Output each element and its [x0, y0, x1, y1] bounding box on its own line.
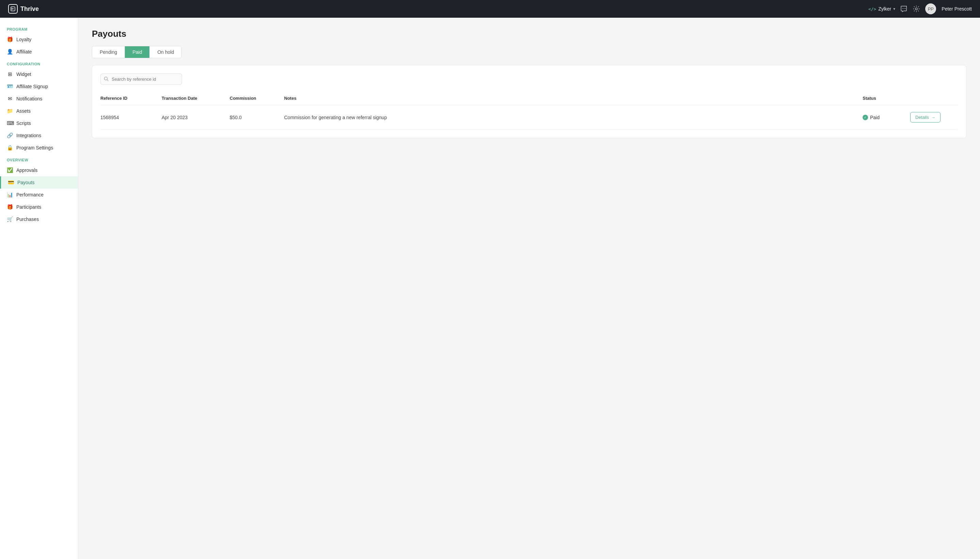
username: Peter Prescott — [942, 6, 972, 12]
details-label: Details — [916, 115, 929, 120]
search-icon — [104, 76, 109, 82]
integrations-icon: 🔗 — [7, 132, 13, 139]
avatar-initials: PP — [928, 7, 934, 12]
sidebar-item-performance[interactable]: 📊Performance — [0, 189, 78, 201]
affiliate-icon: 👤 — [7, 49, 13, 55]
logo-icon — [8, 4, 18, 13]
svg-point-3 — [902, 8, 903, 9]
app-name: Thrive — [20, 5, 39, 13]
brand-code-icon: </> — [868, 7, 876, 12]
top-navigation: Thrive </> Zylker ▾ PP Peter Prescott — [0, 0, 980, 18]
tab-pending[interactable]: Pending — [92, 46, 125, 58]
sidebar-item-label-affiliate: Affiliate — [16, 49, 32, 55]
sidebar-item-label-integrations: Integrations — [16, 133, 41, 138]
details-arrow-icon: → — [931, 115, 935, 120]
sidebar-item-affiliate-signup[interactable]: 🪪Affiliate Signup — [0, 80, 78, 93]
table-col-header-5 — [910, 96, 958, 101]
sidebar-item-label-affiliate-signup: Affiliate Signup — [16, 84, 48, 89]
cell-transaction-date: Apr 20 2023 — [162, 115, 230, 120]
sidebar-item-integrations[interactable]: 🔗Integrations — [0, 129, 78, 142]
sidebar-item-widget[interactable]: ⊞Widget — [0, 68, 78, 80]
sidebar-item-label-loyalty: Loyalty — [16, 37, 31, 42]
sidebar-item-affiliate[interactable]: 👤Affiliate — [0, 46, 78, 58]
participants-icon: 🎁 — [7, 204, 13, 210]
sidebar-item-participants[interactable]: 🎁Participants — [0, 201, 78, 213]
approvals-icon: ✅ — [7, 167, 13, 173]
svg-line-8 — [107, 79, 109, 81]
sidebar-item-label-performance: Performance — [16, 192, 44, 197]
brand-chevron-icon: ▾ — [893, 7, 895, 11]
payouts-icon: 💳 — [8, 179, 14, 185]
payout-tabs: PendingPaidOn hold — [92, 46, 182, 58]
page-title: Payouts — [92, 28, 967, 39]
topnav-right: </> Zylker ▾ PP Peter Prescott — [868, 3, 972, 14]
svg-point-4 — [904, 8, 904, 9]
sidebar-item-purchases[interactable]: 🛒Purchases — [0, 213, 78, 225]
sidebar: PROGRAM🎁Loyalty👤AffiliateCONFIGURATION⊞W… — [0, 18, 78, 559]
svg-point-6 — [916, 8, 917, 10]
brand-selector[interactable]: </> Zylker ▾ — [868, 6, 896, 12]
sidebar-item-label-program-settings: Program Settings — [16, 145, 53, 150]
search-wrapper — [101, 74, 182, 85]
loyalty-icon: 🎁 — [7, 36, 13, 43]
cell-notes: Commission for generating a new referral… — [284, 115, 863, 120]
avatar[interactable]: PP — [925, 3, 936, 14]
table-col-header-2: Commission — [230, 96, 284, 101]
widget-icon: ⊞ — [7, 71, 13, 77]
affiliate-signup-icon: 🪪 — [7, 83, 13, 89]
status-text: Paid — [870, 115, 879, 120]
tab-on-hold[interactable]: On hold — [150, 46, 181, 58]
search-input[interactable] — [101, 74, 182, 85]
cell-status: ✓Paid — [863, 115, 910, 120]
sidebar-item-notifications[interactable]: ✉Notifications — [0, 93, 78, 105]
sidebar-item-label-purchases: Purchases — [16, 217, 39, 222]
sidebar-item-label-participants: Participants — [16, 204, 41, 210]
performance-icon: 📊 — [7, 192, 13, 198]
sidebar-item-program-settings[interactable]: 🔒Program Settings — [0, 142, 78, 154]
table-col-header-0: Reference ID — [101, 96, 162, 101]
app-logo[interactable]: Thrive — [8, 4, 39, 13]
sidebar-item-label-approvals: Approvals — [16, 167, 38, 173]
sidebar-section-configuration: CONFIGURATION — [0, 58, 78, 68]
program-settings-icon: 🔒 — [7, 145, 13, 151]
chat-button[interactable] — [901, 5, 907, 12]
brand-name: Zylker — [878, 6, 891, 12]
sidebar-item-approvals[interactable]: ✅Approvals — [0, 164, 78, 176]
purchases-icon: 🛒 — [7, 216, 13, 222]
payouts-card: Reference IDTransaction DateCommissionNo… — [92, 65, 967, 138]
sidebar-item-loyalty[interactable]: 🎁Loyalty — [0, 33, 78, 46]
svg-point-5 — [905, 8, 906, 9]
table-col-header-4: Status — [863, 96, 910, 101]
sidebar-item-label-assets: Assets — [16, 108, 31, 114]
status-dot-icon: ✓ — [863, 115, 868, 120]
main-content: Payouts PendingPaidOn hold Reference IDT… — [78, 18, 980, 559]
cell-commission: $50.0 — [230, 115, 284, 120]
sidebar-item-label-scripts: Scripts — [16, 121, 31, 126]
table-header: Reference IDTransaction DateCommissionNo… — [101, 93, 958, 105]
table-col-header-1: Transaction Date — [162, 96, 230, 101]
cell-reference-id: 1568954 — [101, 115, 162, 120]
notifications-icon: ✉ — [7, 96, 13, 102]
assets-icon: 📁 — [7, 108, 13, 114]
table-col-header-3: Notes — [284, 96, 863, 101]
sidebar-item-assets[interactable]: 📁Assets — [0, 105, 78, 117]
scripts-icon: ⌨ — [7, 120, 13, 126]
table-row: 1568954Apr 20 2023$50.0Commission for ge… — [101, 105, 958, 130]
details-button[interactable]: Details→ — [910, 112, 940, 122]
sidebar-section-overview: OVERVIEW — [0, 154, 78, 164]
cell-details: Details→ — [910, 112, 958, 122]
sidebar-item-scripts[interactable]: ⌨Scripts — [0, 117, 78, 129]
tab-paid[interactable]: Paid — [125, 46, 150, 58]
settings-button[interactable] — [913, 5, 920, 12]
sidebar-item-label-payouts: Payouts — [17, 180, 35, 185]
sidebar-item-label-widget: Widget — [16, 71, 31, 77]
sidebar-item-label-notifications: Notifications — [16, 96, 42, 101]
sidebar-section-program: PROGRAM — [0, 23, 78, 33]
sidebar-item-payouts[interactable]: 💳Payouts — [0, 176, 78, 189]
